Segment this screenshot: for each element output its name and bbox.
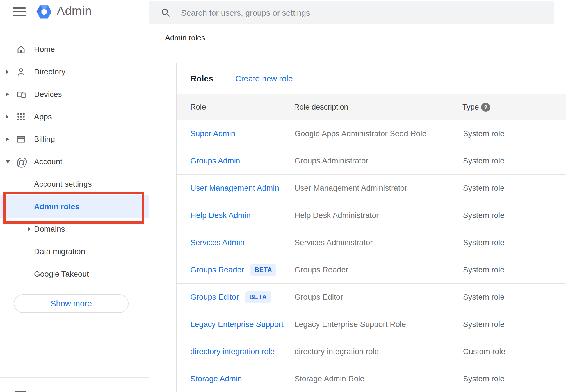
card-title: Roles [190, 63, 213, 94]
table-row-groups-reader: Groups Reader BETA Groups Reader System … [177, 256, 566, 284]
beta-badge: BETA [250, 264, 276, 276]
search-input[interactable] [181, 1, 544, 25]
role-description: Google Apps Administrator Seed Role [295, 120, 426, 147]
role-type: System role [463, 202, 505, 229]
role-type: System role [463, 120, 505, 147]
role-description: Storage Admin Role [295, 365, 364, 392]
role-type: System role [463, 284, 505, 311]
show-more-button[interactable]: Show more [14, 294, 129, 313]
sidebar-item-label: Account [34, 151, 62, 173]
apps-grid-icon [16, 112, 26, 122]
role-link[interactable]: User Management Admin [190, 184, 279, 193]
sidebar-item-admin-roles[interactable]: Admin roles [0, 195, 149, 218]
sidebar-item-home[interactable]: Home [0, 38, 149, 61]
caret-right-icon[interactable] [28, 227, 31, 231]
sidebar-item-apps[interactable]: Apps [0, 106, 149, 128]
role-type: System role [463, 365, 505, 392]
role-type: System role [463, 311, 505, 338]
sidebar-item-directory[interactable]: Directory [0, 61, 149, 83]
create-new-role-link[interactable]: Create new role [235, 63, 293, 94]
table-row-groups-editor: Groups Editor BETA Groups Editor System … [177, 284, 566, 311]
sidebar-item-label: Data migration [34, 240, 85, 263]
credit-card-icon [16, 134, 26, 144]
role-description: User Management Administrator [295, 175, 407, 202]
search-icon [161, 8, 170, 17]
role-description: Groups Editor [295, 284, 343, 311]
sidebar-item-billing[interactable]: Billing [0, 128, 149, 151]
sidebar-item-account[interactable]: @ Account [0, 151, 149, 173]
person-icon [16, 67, 26, 77]
caret-right-icon[interactable] [6, 137, 9, 142]
breadcrumb-divider [149, 49, 566, 49]
role-type: Custom role [463, 338, 505, 365]
sidebar-header: Admin [0, 0, 149, 28]
sidebar-item-label: Devices [34, 83, 62, 106]
table-row-super-admin: Super Admin Google Apps Administrator Se… [177, 120, 566, 147]
role-link[interactable]: Groups Editor [190, 293, 239, 302]
caret-right-icon[interactable] [6, 115, 9, 119]
table-header: Role Role description Type ? [177, 94, 566, 120]
caret-down-icon[interactable] [6, 160, 10, 163]
role-link[interactable]: Storage Admin [190, 374, 242, 383]
table-row-storage-admin: Storage Admin Storage Admin Role System … [177, 365, 566, 392]
role-type: System role [463, 147, 505, 174]
role-description: directory integration role [295, 338, 379, 365]
role-type: System role [463, 229, 505, 256]
role-description: Services Administrator [295, 229, 373, 256]
sidebar-item-data-migration[interactable]: Data migration [0, 240, 149, 263]
role-link[interactable]: Groups Reader [190, 265, 244, 274]
column-header-type: Type [462, 94, 479, 120]
sidebar: Admin Home Directory Devices Apps Billin… [0, 0, 149, 392]
sidebar-item-label: Home [34, 38, 55, 61]
sidebar-item-domains[interactable]: Domains [0, 218, 149, 240]
sidebar-item-google-takeout[interactable]: Google Takeout [0, 263, 149, 285]
partial-sidebar-icon [15, 391, 26, 392]
role-description: Help Desk Administrator [295, 202, 379, 229]
table-row-services-admin: Services Admin Services Administrator Sy… [177, 229, 566, 256]
table-row-help-desk-admin: Help Desk Admin Help Desk Administrator … [177, 202, 566, 229]
table-row-user-management-admin: User Management Admin User Management Ad… [177, 175, 566, 202]
column-header-description: Role description [294, 94, 348, 120]
caret-right-icon[interactable] [6, 70, 9, 74]
sidebar-item-label: Account settings [34, 173, 92, 195]
roles-table-body: Super Admin Google Apps Administrator Se… [177, 120, 566, 392]
role-link[interactable]: Groups Admin [190, 156, 240, 165]
at-sign-icon: @ [16, 157, 26, 167]
devices-icon [16, 89, 26, 99]
sidebar-divider [0, 377, 149, 378]
role-link[interactable]: directory integration role [190, 347, 275, 356]
beta-badge: BETA [245, 291, 271, 303]
role-link[interactable]: Help Desk Admin [190, 211, 251, 220]
role-description: Legacy Enterprise Support Role [295, 311, 406, 338]
search-bar [149, 1, 554, 24]
admin-hexagon-logo [36, 4, 52, 19]
sidebar-item-label: Apps [34, 106, 52, 128]
sidebar-item-label: Google Takeout [34, 263, 89, 285]
help-icon[interactable]: ? [481, 103, 490, 112]
table-row-directory-integration-role: directory integration role directory int… [177, 338, 566, 365]
menu-icon[interactable] [13, 7, 26, 16]
role-link[interactable]: Legacy Enterprise Support [190, 320, 284, 329]
role-description: Groups Administrator [295, 147, 368, 174]
sidebar-item-label: Billing [34, 128, 55, 151]
role-type: System role [463, 175, 505, 202]
table-row-groups-admin: Groups Admin Groups Administrator System… [177, 147, 566, 175]
app-title: Admin [57, 4, 92, 18]
role-description: Groups Reader [295, 256, 348, 283]
sidebar-item-account-settings[interactable]: Account settings [0, 173, 149, 195]
column-header-role: Role [190, 94, 206, 120]
sidebar-item-label: Directory [34, 61, 65, 83]
table-row-legacy-enterprise-support: Legacy Enterprise Support Legacy Enterpr… [177, 311, 566, 338]
sidebar-item-devices[interactable]: Devices [0, 83, 149, 106]
breadcrumb: Admin roles [165, 34, 205, 42]
main-content: Admin roles Roles Create new role Role R… [149, 0, 566, 392]
sidebar-item-label: Admin roles [34, 195, 79, 218]
home-icon [16, 44, 26, 54]
role-link[interactable]: Services Admin [190, 238, 245, 247]
caret-right-icon[interactable] [6, 92, 9, 97]
sidebar-nav: Home Directory Devices Apps Billing @ Ac… [0, 38, 149, 285]
role-link[interactable]: Super Admin [190, 129, 235, 138]
role-type: System role [463, 256, 505, 283]
sidebar-item-label: Domains [34, 218, 65, 240]
roles-card: Roles Create new role Role Role descript… [176, 63, 566, 392]
